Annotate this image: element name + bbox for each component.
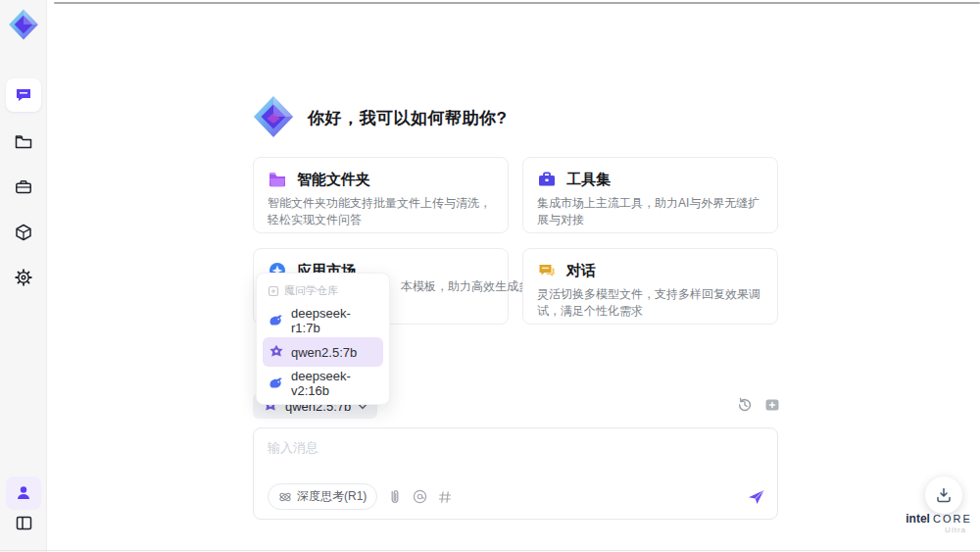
attach-button[interactable] [388,489,402,504]
smart-folder-icon [268,170,287,189]
sidebar-item-apps[interactable] [6,216,41,249]
card-smart-folder[interactable]: 智能文件夹 智能文件夹功能支持批量文件上传与清洗，轻松实现文件问答 [253,157,509,233]
panel-layout-icon [15,514,33,532]
user-icon [15,484,32,502]
app-window: 你好，我可以如何帮助你? 智能文件夹 智能文件夹功能支持批量文件上传与清洗，轻松… [0,0,980,552]
card-desc: 灵活切换多模型文件，支持多样回复效果调试，满足个性化需求 [537,286,763,321]
intel-logo-text: intel [906,512,930,526]
ultra-logo-text: Ultra [904,527,974,534]
send-button[interactable] [748,489,765,505]
briefcase-icon [14,177,33,197]
model-repo-header: 魔问学仓库 [263,279,383,304]
card-title: 智能文件夹 [297,171,370,189]
hash-button[interactable] [438,490,452,504]
deepseek-icon [269,376,284,391]
sidebar-item-chat[interactable] [6,78,41,112]
qwen-icon [269,344,284,360]
model-dropdown: 魔问学仓库 deepseek-r1:7b qwen2.5:7b deepseek… [256,273,390,405]
greeting-title: 你好，我可以如何帮助你? [308,107,507,129]
composer-top-icons [737,397,780,413]
app-logo-icon [7,8,40,41]
card-dialogue[interactable]: 对话 灵活切换多模型文件，支持多样回复效果调试，满足个性化需求 [522,248,778,325]
dialogue-icon [537,261,557,280]
cube-icon [14,223,33,242]
at-circle-icon [413,489,427,504]
gear-icon [14,268,33,287]
model-option-deepseek-v2[interactable]: deepseek-v2:16b [263,369,383,398]
download-button[interactable] [925,477,962,514]
model-option-label: deepseek-v2:16b [291,369,377,398]
card-desc: 集成市场上主流工具，助力AI与外界无缝扩展与对接 [537,195,763,229]
deepthink-toggle[interactable]: 深度思考(R1) [268,483,377,510]
new-chat-icon[interactable] [764,397,780,413]
sidebar-item-panel-toggle[interactable] [6,506,41,539]
message-composer: 深度思考(R1) [253,427,778,520]
message-input[interactable] [268,436,738,458]
deepseek-icon [269,313,284,328]
card-title: 工具集 [566,171,611,189]
deepthink-label: 深度思考(R1) [297,488,367,505]
sidebar [0,0,47,552]
history-icon[interactable] [737,397,753,413]
repo-label: 魔问学仓库 [284,283,338,298]
deepthink-icon [278,490,292,504]
toolset-icon [537,170,557,189]
hash-icon [438,490,452,504]
mention-button[interactable] [413,489,427,504]
repo-icon [268,285,279,297]
intel-core-badge: intelCORE Ultra [904,513,974,534]
card-desc-partial: 本模板，助力高效生成多 [401,278,505,295]
chat-icon [14,85,33,105]
sidebar-item-folders[interactable] [6,125,41,159]
core-logo-text: CORE [933,513,972,525]
greeting-logo-icon [251,94,296,139]
model-option-deepseek-r1[interactable]: deepseek-r1:7b [263,306,383,335]
send-icon [748,489,765,505]
composer-toolbar: 深度思考(R1) [268,483,765,510]
folder-icon [14,132,33,152]
sidebar-item-account[interactable] [6,477,41,510]
model-option-label: qwen2.5:7b [291,345,357,360]
sidebar-item-toolbox[interactable] [6,171,41,204]
download-icon [935,486,953,504]
paperclip-icon [388,489,402,504]
card-desc: 智能文件夹功能支持批量文件上传与清洗，轻松实现文件问答 [268,195,494,229]
model-option-qwen[interactable]: qwen2.5:7b [263,337,383,367]
card-toolset[interactable]: 工具集 集成市场上主流工具，助力AI与外界无缝扩展与对接 [522,157,778,233]
card-title: 对话 [566,262,596,280]
model-option-label: deepseek-r1:7b [291,306,377,335]
bottom-divider [0,550,980,551]
top-divider [54,2,980,4]
sidebar-item-settings[interactable] [6,261,41,294]
